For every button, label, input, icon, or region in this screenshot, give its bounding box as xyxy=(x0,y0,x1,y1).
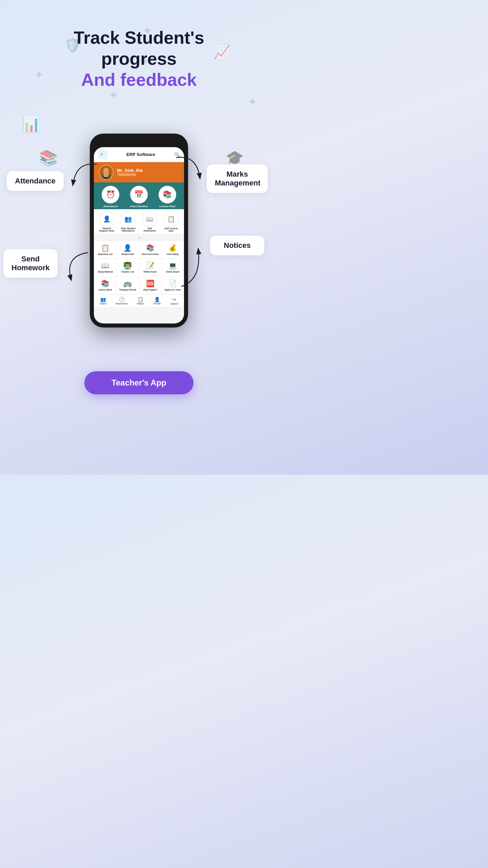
menu-library-book[interactable]: 📚 Library Book xyxy=(94,277,116,294)
offline-exam-icon: 📝 xyxy=(146,261,155,270)
arrow-homework xyxy=(54,246,95,287)
menu-important-list[interactable]: 📋 Important List xyxy=(94,241,116,258)
logout-nav-label: Logout xyxy=(170,302,178,305)
logout-nav-icon: ↪ xyxy=(172,297,176,302)
profile-nav-label: Profile xyxy=(154,302,161,305)
menu-attendance[interactable]: ⏰ Attendance xyxy=(102,186,119,208)
nav-users[interactable]: 👥 Users xyxy=(100,297,106,305)
cta-section: Teacher's App xyxy=(0,358,278,415)
nav-notice[interactable]: 📋 Notice xyxy=(137,297,144,305)
menu-student-info[interactable]: 👤 Student Info xyxy=(117,241,139,258)
phone-section: Attendance SendHomework MarksManagement … xyxy=(0,103,278,358)
lesson-plan-label: Lesson Plan xyxy=(159,205,175,208)
teachers-app-button[interactable]: Teacher's App xyxy=(84,371,194,394)
svg-rect-5 xyxy=(103,172,109,177)
user-name: Mr. Alok Jha xyxy=(117,168,143,173)
notice-nav-label: Notice xyxy=(137,302,144,305)
header-section: Track Student's progress And feedback xyxy=(0,0,278,103)
study-material-label: Study Material xyxy=(98,271,113,273)
arrow-marks xyxy=(169,151,210,192)
student-support-icon: 👤 xyxy=(100,212,114,226)
menu-help-support[interactable]: 🆘 Help Support xyxy=(139,277,161,294)
users-nav-label: Users xyxy=(100,302,106,305)
menu-offline-exam[interactable]: 📝 Offline Exam xyxy=(139,259,161,276)
headline-line2: progress xyxy=(14,48,264,69)
arrow-attendance xyxy=(63,158,103,198)
help-support-icon: 🆘 xyxy=(146,279,155,288)
nav-profile[interactable]: 👤 Profile xyxy=(154,297,161,305)
homework-nav-icon: 🕐 xyxy=(119,297,125,302)
important-list-label: Important List xyxy=(98,253,113,256)
headline-line3: And feedback xyxy=(14,70,264,90)
view-curriculum-label: View Curriculum xyxy=(142,253,159,256)
menu-view-curriculum[interactable]: 📚 View Curriculum xyxy=(139,241,161,258)
phone-notch xyxy=(125,138,152,145)
add-homework-label: Add Homework xyxy=(141,227,158,232)
users-nav-icon: 👥 xyxy=(100,297,106,302)
menu-add-lesson[interactable]: 📋 Add Lesson plan xyxy=(163,212,180,232)
homework-nav-label: Homework xyxy=(116,302,128,305)
headline-line1: Track Student's xyxy=(14,27,264,48)
nav-homework[interactable]: 🕐 Homework xyxy=(116,297,128,305)
user-info: Mr. Alok Jha 7986599266 xyxy=(117,168,143,177)
marks-management-label: MarksManagement xyxy=(207,164,268,193)
menu-student-support[interactable]: 👤 Student Support desk xyxy=(98,212,115,232)
student-info-label: Student Info xyxy=(121,253,134,256)
offline-exam-label: Offline Exam xyxy=(143,271,157,273)
add-lesson-icon: 📋 xyxy=(164,212,178,226)
send-homework-label: SendHomework xyxy=(3,249,58,278)
teacher-list-label: Teacher List xyxy=(121,271,134,273)
take-attendance-icon: 👥 xyxy=(121,212,135,226)
menu-transport-route[interactable]: 🚌 Transport Route xyxy=(117,277,139,294)
attendance-label-app: Attendance xyxy=(103,205,118,208)
transport-route-icon: 🚌 xyxy=(123,279,132,288)
transport-route-label: Transport Route xyxy=(119,289,136,291)
user-phone: 7986599266 xyxy=(117,173,143,177)
app-title: ERP Software xyxy=(126,152,155,157)
second-menu-row: 👤 Student Support desk 👥 Take Student At… xyxy=(94,209,184,234)
menu-study-material[interactable]: 📖 Study Material xyxy=(94,259,116,276)
profile-nav-icon: 👤 xyxy=(154,297,160,302)
student-support-label: Student Support desk xyxy=(98,227,115,232)
attendance-icon-circle: ⏰ xyxy=(102,186,119,203)
take-attendance-label: Take Student Attendance xyxy=(120,227,137,232)
class-routine-icon-circle: 📅 xyxy=(130,186,148,203)
student-info-icon: 👤 xyxy=(123,244,132,252)
arrow-notices xyxy=(175,239,215,290)
menu-take-attendance[interactable]: 👥 Take Student Attendance xyxy=(120,212,137,232)
add-homework-icon: 📖 xyxy=(143,212,157,226)
menu-teacher-list[interactable]: 👨‍🏫 Teacher List xyxy=(117,259,139,276)
add-lesson-label: Add Lesson plan xyxy=(163,227,180,232)
notices-label: Notices xyxy=(210,236,264,255)
notice-nav-icon: 📋 xyxy=(138,297,143,302)
important-list-icon: 📋 xyxy=(101,244,109,252)
teacher-list-icon: 👨‍🏫 xyxy=(123,261,132,270)
class-routine-label: Class Routine xyxy=(130,205,148,208)
nav-logout[interactable]: ↪ Logout xyxy=(170,297,178,305)
scroll-indicator: ∨ xyxy=(94,234,184,241)
bottom-nav: 👥 Users 🕐 Homework 📋 Notice 👤 Profile xyxy=(94,294,184,307)
study-material-icon: 📖 xyxy=(101,261,109,270)
main-menu-grid: 📋 Important List 👤 Student Info 📚 View C… xyxy=(94,241,184,294)
library-book-icon: 📚 xyxy=(101,279,109,288)
library-book-label: Library Book xyxy=(99,289,112,291)
help-support-label: Help Support xyxy=(143,289,157,291)
svg-text:P: P xyxy=(101,153,103,157)
attendance-label: Attendance xyxy=(7,171,64,191)
menu-add-homework[interactable]: 📖 Add Homework xyxy=(141,212,158,232)
view-curriculum-icon: 📚 xyxy=(146,244,155,252)
menu-class-routine[interactable]: 📅 Class Routine xyxy=(130,186,148,208)
